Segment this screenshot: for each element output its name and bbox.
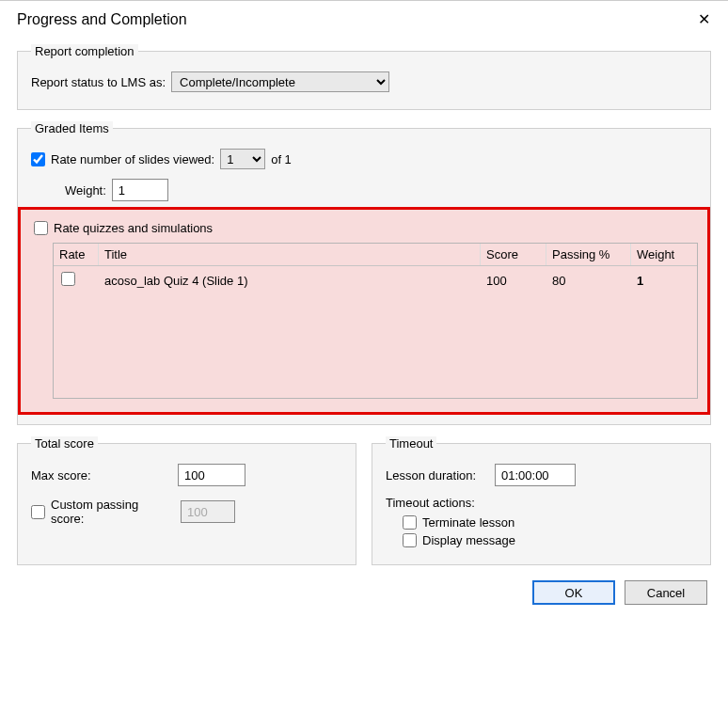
custom-passing-input bbox=[181, 500, 235, 523]
window-title: Progress and Completion bbox=[17, 11, 187, 28]
table-body: acoso_lab Quiz 4 (Slide 1) 100 80 1 bbox=[54, 266, 697, 398]
display-message-checkbox[interactable] bbox=[403, 533, 417, 547]
max-score-label: Max score: bbox=[31, 468, 172, 483]
custom-passing-checkbox[interactable] bbox=[31, 505, 45, 519]
rate-quizzes-label: Rate quizzes and simulations bbox=[54, 221, 213, 235]
total-score-group: Total score Max score: Custom passing sc… bbox=[17, 436, 356, 565]
dialog: Progress and Completion ✕ Report complet… bbox=[0, 0, 728, 618]
col-weight[interactable]: Weight bbox=[631, 244, 697, 265]
ok-button[interactable]: OK bbox=[532, 580, 615, 605]
weight-label: Weight: bbox=[65, 183, 106, 198]
cancel-button[interactable]: Cancel bbox=[625, 580, 707, 605]
rate-slides-checkbox[interactable] bbox=[31, 152, 45, 166]
row-weight: 1 bbox=[631, 268, 697, 293]
col-passing[interactable]: Passing % bbox=[546, 244, 631, 265]
table-header: Rate Title Score Passing % Weight bbox=[54, 244, 697, 266]
col-score[interactable]: Score bbox=[481, 244, 546, 265]
display-message-label: Display message bbox=[422, 533, 515, 547]
report-status-select[interactable]: Complete/Incomplete bbox=[171, 71, 389, 92]
titlebar: Progress and Completion ✕ bbox=[0, 1, 728, 40]
row-rate-cell bbox=[54, 266, 99, 294]
lesson-duration-label: Lesson duration: bbox=[386, 468, 489, 483]
row-score: 100 bbox=[481, 268, 546, 293]
total-score-legend: Total score bbox=[31, 436, 98, 451]
rate-slides-label: Rate number of slides viewed: bbox=[51, 152, 214, 166]
lesson-duration-input[interactable] bbox=[495, 464, 576, 486]
report-completion-legend: Report completion bbox=[31, 44, 138, 58]
report-completion-group: Report completion Report status to LMS a… bbox=[17, 44, 711, 110]
max-score-input[interactable] bbox=[178, 464, 245, 486]
report-status-label: Report status to LMS as: bbox=[31, 75, 166, 89]
table-row[interactable]: acoso_lab Quiz 4 (Slide 1) 100 80 1 bbox=[54, 266, 697, 294]
terminate-lesson-label: Terminate lesson bbox=[422, 515, 514, 530]
graded-items-group: Graded Items Rate number of slides viewe… bbox=[17, 121, 711, 425]
rate-slides-of: of 1 bbox=[271, 152, 292, 166]
row-title: acoso_lab Quiz 4 (Slide 1) bbox=[99, 268, 481, 293]
timeout-legend: Timeout bbox=[386, 436, 436, 451]
graded-items-legend: Graded Items bbox=[31, 121, 113, 135]
rate-slides-select[interactable]: 1 bbox=[220, 149, 265, 169]
rate-quizzes-checkbox[interactable] bbox=[34, 221, 48, 235]
row-passing: 80 bbox=[546, 268, 631, 293]
timeout-actions-label: Timeout actions: bbox=[386, 496, 697, 510]
quizzes-highlight: Rate quizzes and simulations Rate Title … bbox=[18, 207, 710, 415]
bottom-row: Total score Max score: Custom passing sc… bbox=[17, 436, 711, 577]
row-rate-checkbox[interactable] bbox=[61, 272, 75, 286]
timeout-group: Timeout Lesson duration: Timeout actions… bbox=[372, 436, 711, 565]
content: Report completion Report status to LMS a… bbox=[0, 40, 728, 618]
button-row: OK Cancel bbox=[17, 577, 711, 605]
weight-input[interactable] bbox=[112, 179, 168, 201]
close-icon[interactable]: ✕ bbox=[692, 8, 715, 31]
col-rate[interactable]: Rate bbox=[54, 244, 99, 265]
col-title[interactable]: Title bbox=[99, 244, 481, 265]
quizzes-table: Rate Title Score Passing % Weight acoso_… bbox=[53, 243, 698, 399]
terminate-lesson-checkbox[interactable] bbox=[403, 515, 417, 530]
custom-passing-label: Custom passing score: bbox=[51, 498, 175, 526]
